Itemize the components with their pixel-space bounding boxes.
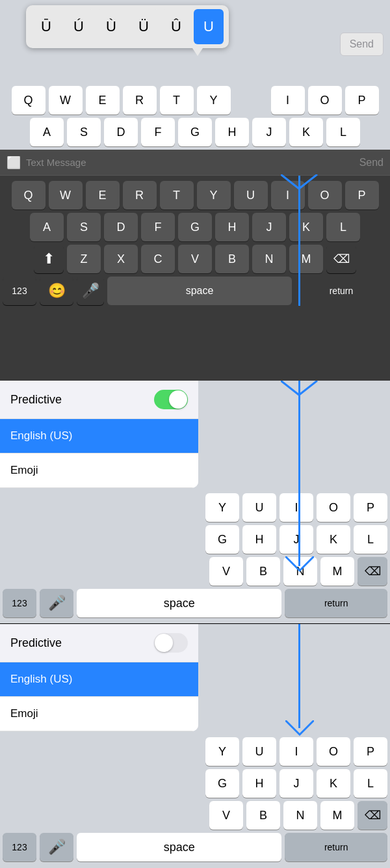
dark-key-g[interactable]: G xyxy=(178,213,212,241)
lkey-o[interactable]: O xyxy=(317,493,350,522)
dark-key-d[interactable]: D xyxy=(104,213,138,241)
lkey-u[interactable]: U xyxy=(242,493,276,522)
key-p[interactable]: P xyxy=(345,86,379,115)
lkey-b[interactable]: B xyxy=(246,557,280,586)
dark-key-c[interactable]: C xyxy=(141,245,175,273)
key-l[interactable]: L xyxy=(326,118,360,146)
emoji-item-off[interactable]: Emoji xyxy=(0,697,198,731)
english-us-item-off[interactable]: English (US) xyxy=(0,662,198,697)
key-y[interactable]: Y xyxy=(197,86,231,115)
lkey-b2[interactable]: B xyxy=(246,801,280,830)
lkey-o2[interactable]: O xyxy=(317,737,350,766)
lkey-delete[interactable]: ⌫ xyxy=(358,557,387,586)
lkey-mic[interactable]: 🎤 xyxy=(40,589,73,617)
lkey-g2[interactable]: G xyxy=(205,769,239,798)
key-t[interactable]: T xyxy=(160,86,194,115)
send-button-dark[interactable]: Send xyxy=(359,157,384,169)
key-w[interactable]: W xyxy=(49,86,83,115)
key-h[interactable]: H xyxy=(215,118,249,146)
dark-return-key[interactable]: return xyxy=(295,277,387,305)
key-e[interactable]: E xyxy=(86,86,120,115)
dark-key-j[interactable]: J xyxy=(252,213,286,241)
lkey-p[interactable]: P xyxy=(354,493,387,522)
lkey-p2[interactable]: P xyxy=(354,737,387,766)
key-f[interactable]: F xyxy=(141,118,175,146)
english-us-item-on[interactable]: English (US) xyxy=(0,419,198,454)
key-o[interactable]: O xyxy=(308,86,342,115)
accent-key-ucircum[interactable]: Û xyxy=(161,9,191,44)
predictive-toggle-on[interactable] xyxy=(154,390,188,409)
dark-key-v[interactable]: V xyxy=(178,245,212,273)
dark-key-t[interactable]: T xyxy=(160,181,194,210)
key-j[interactable]: J xyxy=(252,118,286,146)
lkey-m[interactable]: M xyxy=(320,557,354,586)
key-g[interactable]: G xyxy=(178,118,212,146)
accent-key-umacron[interactable]: Ū xyxy=(31,9,61,44)
key-d[interactable]: D xyxy=(104,118,138,146)
dark-key-a[interactable]: A xyxy=(30,213,64,241)
dark-key-z[interactable]: Z xyxy=(67,245,101,273)
lkey-l[interactable]: L xyxy=(354,525,387,554)
accent-key-uacute[interactable]: Ú xyxy=(64,9,94,44)
lkey-j[interactable]: J xyxy=(280,525,313,554)
dark-key-f[interactable]: F xyxy=(141,213,175,241)
lkey-mic2[interactable]: 🎤 xyxy=(40,833,73,861)
dark-space-key[interactable]: space xyxy=(107,277,292,305)
lkey-y[interactable]: Y xyxy=(205,493,239,522)
key-a[interactable]: A xyxy=(30,118,64,146)
dark-key-l[interactable]: L xyxy=(326,213,360,241)
dark-key-b[interactable]: B xyxy=(215,245,249,273)
lkey-i2[interactable]: I xyxy=(280,737,313,766)
lkey-num2[interactable]: 123 xyxy=(3,833,36,861)
key-i[interactable]: I xyxy=(271,86,305,115)
accent-key-ugrave[interactable]: Ù xyxy=(96,9,126,44)
lkey-delete2[interactable]: ⌫ xyxy=(358,801,387,830)
send-button-top[interactable]: Send xyxy=(340,33,384,56)
dark-key-u[interactable]: U xyxy=(234,181,268,210)
camera-icon[interactable]: ⬜ xyxy=(6,156,21,170)
dark-key-q[interactable]: Q xyxy=(12,181,46,210)
dark-key-p[interactable]: P xyxy=(345,181,379,210)
dark-key-r[interactable]: R xyxy=(123,181,157,210)
dark-delete-key[interactable]: ⌫ xyxy=(326,245,356,273)
lkey-space[interactable]: space xyxy=(77,589,281,617)
lkey-k2[interactable]: K xyxy=(317,769,350,798)
dark-key-h[interactable]: H xyxy=(215,213,249,241)
key-q[interactable]: Q xyxy=(12,86,46,115)
key-k[interactable]: K xyxy=(289,118,323,146)
dark-shift-key[interactable]: ⬆ xyxy=(34,245,64,273)
lkey-l2[interactable]: L xyxy=(354,769,387,798)
dark-num-key[interactable]: 123 xyxy=(3,277,36,305)
lkey-space2[interactable]: space xyxy=(77,833,281,861)
dark-key-s[interactable]: S xyxy=(67,213,101,241)
lkey-j2[interactable]: J xyxy=(280,769,313,798)
lkey-u2[interactable]: U xyxy=(242,737,276,766)
predictive-toggle-off[interactable] xyxy=(154,633,188,653)
lkey-m2[interactable]: M xyxy=(320,801,354,830)
lkey-y2[interactable]: Y xyxy=(205,737,239,766)
lkey-n2[interactable]: N xyxy=(283,801,317,830)
lkey-h[interactable]: H xyxy=(242,525,276,554)
message-input-dark[interactable]: Text Message xyxy=(26,157,354,168)
accent-key-u-selected[interactable]: U xyxy=(194,9,224,44)
emoji-item-on[interactable]: Emoji xyxy=(0,454,198,488)
dark-key-k[interactable]: K xyxy=(289,213,323,241)
dark-key-e[interactable]: E xyxy=(86,181,120,210)
lkey-k[interactable]: K xyxy=(317,525,350,554)
dark-key-w[interactable]: W xyxy=(49,181,83,210)
dark-mic-key[interactable]: 🎤 xyxy=(77,277,104,305)
key-r[interactable]: R xyxy=(123,86,157,115)
lkey-h2[interactable]: H xyxy=(242,769,276,798)
dark-key-x[interactable]: X xyxy=(104,245,138,273)
lkey-i[interactable]: I xyxy=(280,493,313,522)
key-s[interactable]: S xyxy=(67,118,101,146)
dark-key-y[interactable]: Y xyxy=(197,181,231,210)
dark-key-n[interactable]: N xyxy=(252,245,286,273)
dark-key-m[interactable]: M xyxy=(289,245,323,273)
dark-emoji-key[interactable]: 😊 xyxy=(40,277,73,305)
lkey-num[interactable]: 123 xyxy=(3,589,36,617)
lkey-g[interactable]: G xyxy=(205,525,239,554)
lkey-return2[interactable]: return xyxy=(285,833,387,861)
lkey-v2[interactable]: V xyxy=(209,801,243,830)
lkey-v[interactable]: V xyxy=(209,557,243,586)
